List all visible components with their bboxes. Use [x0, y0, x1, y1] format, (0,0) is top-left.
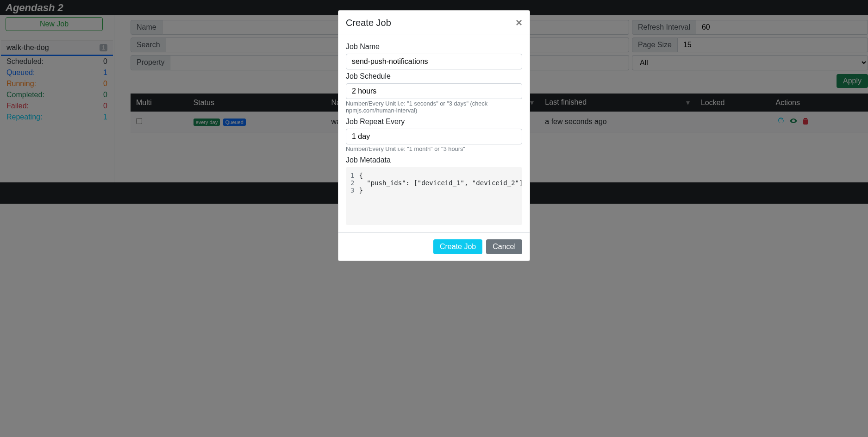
repeat-hint: Number/Every Unit i.e: "1 month" or "3 h…: [346, 145, 522, 152]
job-name-input[interactable]: [346, 54, 522, 69]
create-job-modal: Create Job × Job Name Job Schedule Numbe…: [338, 10, 530, 204]
code-gutter: 123: [350, 172, 359, 204]
repeat-input[interactable]: [346, 129, 522, 144]
metadata-editor[interactable]: 123 { "push_ids": ["deviceid_1", "device…: [346, 167, 522, 204]
schedule-input[interactable]: [346, 83, 522, 99]
metadata-label: Job Metadata: [346, 156, 522, 164]
close-icon[interactable]: ×: [516, 17, 522, 28]
modal-title: Create Job: [346, 18, 391, 28]
modal-overlay[interactable]: Create Job × Job Name Job Schedule Numbe…: [0, 0, 868, 204]
repeat-label: Job Repeat Every: [346, 118, 522, 126]
schedule-hint: Number/Every Unit i.e: "1 seconds" or "3…: [346, 100, 522, 114]
schedule-label: Job Schedule: [346, 72, 522, 81]
code-content[interactable]: { "push_ids": ["deviceid_1", "deviceid_2…: [359, 172, 523, 204]
job-name-label: Job Name: [346, 43, 522, 51]
